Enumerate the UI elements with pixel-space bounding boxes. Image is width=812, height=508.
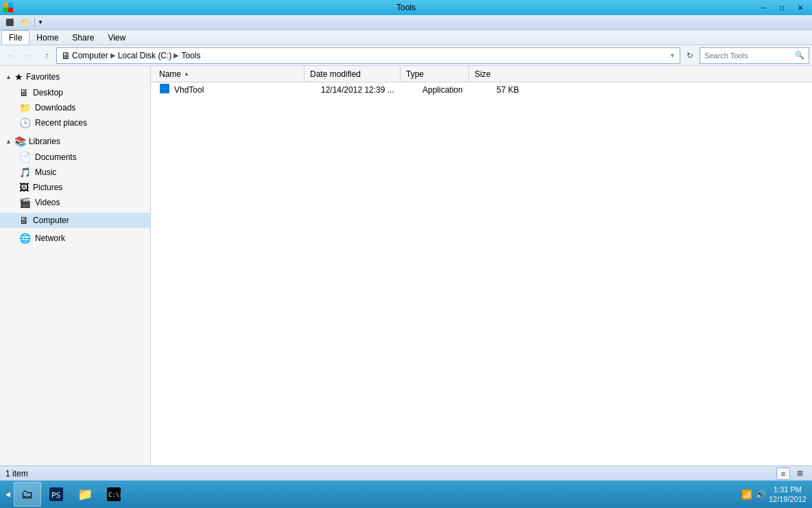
column-header: Name ▲ Date modified Type Size — [151, 66, 812, 82]
menu-view[interactable]: View — [101, 31, 132, 45]
sidebar-favorites-header[interactable]: ▲ ★ Favorites — [0, 69, 150, 85]
path-dropdown-arrow[interactable]: ▼ — [669, 52, 676, 59]
downloads-label: Downloads — [35, 103, 75, 113]
path-localdisk[interactable]: Local Disk (C:) — [117, 51, 174, 60]
window-title: Tools — [396, 3, 416, 12]
sidebar-item-documents[interactable]: 📄 Documents — [0, 150, 150, 165]
path-computer-icon: 🖥 — [61, 50, 71, 61]
col-header-size[interactable]: Size — [469, 66, 524, 82]
main-content: ▲ ★ Favorites 🖥 Desktop 📁 Downloads 🕒 Re… — [0, 66, 812, 465]
sidebar-favorites-section: ▲ ★ Favorites 🖥 Desktop 📁 Downloads 🕒 Re… — [0, 69, 150, 130]
sidebar-item-pictures[interactable]: 🖼 Pictures — [0, 180, 150, 195]
details-view-button[interactable]: ≡ — [776, 467, 790, 480]
documents-label: Documents — [35, 152, 77, 162]
back-button[interactable]: ← — [3, 47, 19, 64]
col-name-sort-icon: ▲ — [184, 71, 189, 77]
tray-network-icon[interactable]: 📶 — [741, 489, 752, 500]
up-button[interactable]: ↑ — [38, 47, 55, 64]
libraries-label: Libraries — [29, 137, 60, 146]
address-path[interactable]: 🖥 Computer ▶ Local Disk (C:) ▶ Tools ▼ — [56, 47, 680, 64]
desktop-label: Desktop — [33, 88, 63, 97]
col-header-type[interactable]: Type — [401, 66, 469, 82]
svg-rect-2 — [3, 8, 8, 12]
col-header-date[interactable]: Date modified — [304, 66, 401, 82]
taskbar-cmd[interactable]: C:\> — [100, 482, 128, 507]
taskbar-explorer[interactable]: 📁 — [71, 482, 99, 507]
search-input[interactable] — [704, 51, 795, 60]
toolbar-dropdown[interactable]: ▼ — [38, 19, 43, 25]
svg-rect-0 — [3, 3, 8, 8]
taskbar-powershell[interactable]: PS — [43, 482, 70, 507]
music-icon: 🎵 — [19, 167, 31, 178]
music-label: Music — [35, 168, 56, 177]
sidebar-computer-section: 🖥 Computer — [0, 213, 150, 228]
tray-date-display: 12/19/2012 — [769, 494, 807, 504]
minimize-button[interactable]: ─ — [754, 1, 772, 14]
sidebar-item-recent[interactable]: 🕒 Recent places — [0, 115, 150, 130]
status-text: 1 item — [5, 469, 28, 478]
tray-volume-icon[interactable]: 🔊 — [755, 489, 766, 500]
svg-rect-1 — [8, 3, 13, 8]
maximize-button[interactable]: □ — [773, 1, 791, 14]
tray-time-display: 1:31 PM — [774, 485, 802, 494]
tray-overflow-button[interactable]: ◀ — [3, 482, 12, 507]
svg-rect-4 — [160, 84, 165, 89]
sidebar-item-desktop[interactable]: 🖥 Desktop — [0, 85, 150, 100]
tray-clock[interactable]: 1:31 PM 12/19/2012 — [769, 485, 807, 505]
sidebar-libraries-section: ▲ 📚 Libraries 📄 Documents 🎵 Music 🖼 Pict… — [0, 133, 150, 210]
sidebar-item-videos[interactable]: 🎬 Videos — [0, 195, 150, 210]
taskbar: ◀ 🗂 PS 📁 C:\> 📶 🔊 1:31 PM 12/19/2012 — [0, 481, 812, 508]
title-bar: Tools ─ □ ✕ — [0, 0, 812, 15]
new-folder-button[interactable]: 📁 — [18, 16, 32, 29]
file-icon — [159, 83, 170, 96]
path-arrow-2: ▶ — [173, 51, 180, 59]
recent-icon: 🕒 — [19, 117, 31, 128]
file-size: 57 KB — [497, 85, 519, 95]
libraries-icon: 📚 — [14, 136, 26, 147]
svg-rect-6 — [160, 89, 165, 93]
table-row[interactable]: VhdTool 12/14/2012 12:39 ... Application… — [151, 82, 812, 97]
taskbar-file-explorer[interactable]: 🗂 — [14, 482, 41, 507]
window-icon — [3, 2, 14, 13]
refresh-button[interactable]: ↻ — [682, 47, 698, 64]
recent-label: Recent places — [35, 118, 87, 128]
properties-button[interactable]: ⬛ — [3, 16, 16, 29]
computer-label: Computer — [33, 216, 69, 225]
forward-button[interactable]: → — [21, 47, 37, 64]
file-type: Application — [422, 85, 463, 95]
favorites-label: Favorites — [26, 72, 60, 82]
close-button[interactable]: ✕ — [791, 1, 809, 14]
col-header-name[interactable]: Name ▲ — [154, 66, 304, 82]
file-type-cell: Application — [417, 85, 491, 95]
favorites-star-icon: ★ — [14, 71, 23, 82]
sidebar-item-computer[interactable]: 🖥 Computer — [0, 213, 150, 228]
path-tools[interactable]: Tools — [180, 51, 202, 60]
pictures-label: Pictures — [33, 183, 62, 192]
status-right: ≡ ⊞ — [776, 467, 807, 480]
downloads-icon: 📁 — [19, 102, 31, 113]
search-icon: 🔍 — [795, 51, 804, 60]
col-type-label: Type — [406, 69, 424, 79]
pictures-icon: 🖼 — [19, 182, 29, 193]
menu-file[interactable]: File — [1, 30, 29, 45]
search-box[interactable]: 🔍 — [700, 47, 809, 64]
toolbar-divider — [34, 18, 35, 27]
icons-view-button[interactable]: ⊞ — [793, 467, 807, 480]
path-arrow-1: ▶ — [110, 51, 117, 59]
file-date: 12/14/2012 12:39 ... — [321, 85, 394, 95]
sidebar-libraries-header[interactable]: ▲ 📚 Libraries — [0, 133, 150, 150]
videos-icon: 🎬 — [19, 197, 31, 208]
file-size-cell: 57 KB — [491, 85, 546, 95]
sidebar-item-music[interactable]: 🎵 Music — [0, 165, 150, 180]
sidebar-item-downloads[interactable]: 📁 Downloads — [0, 100, 150, 115]
svg-rect-3 — [8, 8, 13, 12]
menu-share[interactable]: Share — [65, 31, 101, 45]
menu-home[interactable]: Home — [29, 31, 65, 45]
menu-bar: File Home Share View — [0, 30, 812, 45]
path-computer[interactable]: Computer — [71, 51, 110, 60]
videos-label: Videos — [35, 198, 60, 207]
computer-icon: 🖥 — [19, 215, 29, 226]
svg-rect-5 — [165, 84, 169, 89]
sidebar-item-network[interactable]: 🌐 Network — [0, 231, 150, 246]
system-tray: 📶 🔊 1:31 PM 12/19/2012 — [739, 485, 809, 505]
